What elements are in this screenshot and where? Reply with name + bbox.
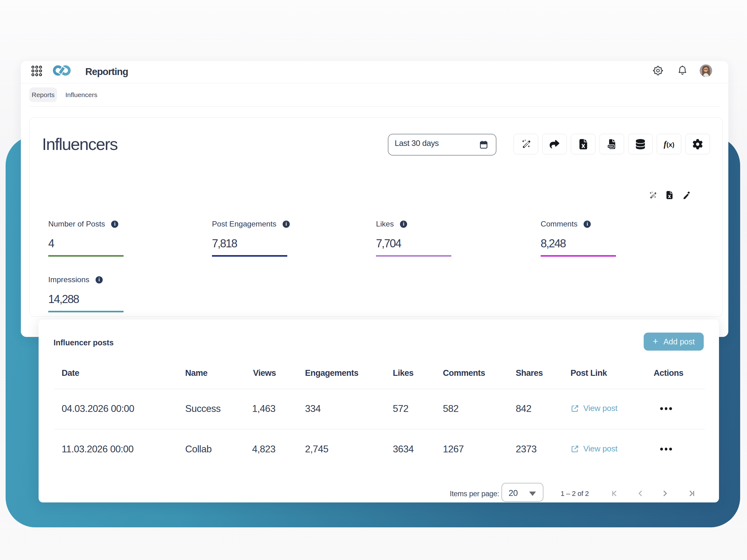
- svg-text:PDF: PDF: [608, 145, 613, 148]
